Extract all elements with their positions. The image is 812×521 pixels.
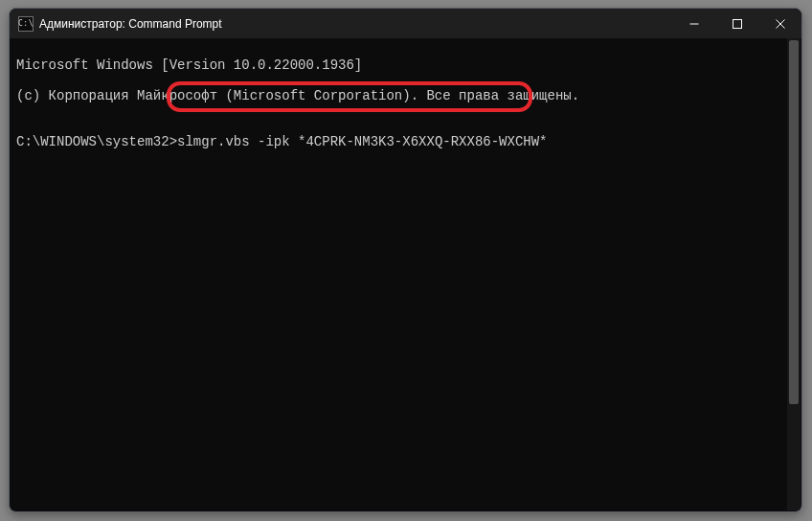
output-line-1: Microsoft Windows [Version 10.0.22000.19… <box>16 57 795 73</box>
prompt-line: C:\WINDOWS\system32>slmgr.vbs -ipk *4CPR… <box>16 134 795 149</box>
cmd-icon: C:\ <box>18 16 34 32</box>
window-title: Администратор: Command Prompt <box>39 17 222 31</box>
maximize-button[interactable] <box>715 9 758 38</box>
close-icon <box>776 19 785 29</box>
prompt-command: slmgr.vbs -ipk *4CPRK-NM3K3-X6XXQ-RXX86-… <box>177 134 547 149</box>
vertical-scrollbar[interactable] <box>787 38 801 510</box>
close-button[interactable] <box>758 9 801 38</box>
terminal-output[interactable]: Microsoft Windows [Version 10.0.22000.19… <box>11 38 801 510</box>
output-line-2: (c) Корпорация Майкрософт (Microsoft Cor… <box>16 88 795 103</box>
minimize-icon <box>689 19 699 29</box>
minimize-button[interactable] <box>672 9 715 38</box>
prompt-path: C:\WINDOWS\system32> <box>16 134 177 149</box>
svg-rect-1 <box>733 19 741 28</box>
scrollbar-thumb[interactable] <box>789 40 799 404</box>
command-prompt-window: C:\ Администратор: Command Prompt <box>9 8 802 512</box>
window-controls <box>672 9 801 38</box>
maximize-icon <box>733 19 742 29</box>
titlebar[interactable]: C:\ Администратор: Command Prompt <box>10 9 801 38</box>
